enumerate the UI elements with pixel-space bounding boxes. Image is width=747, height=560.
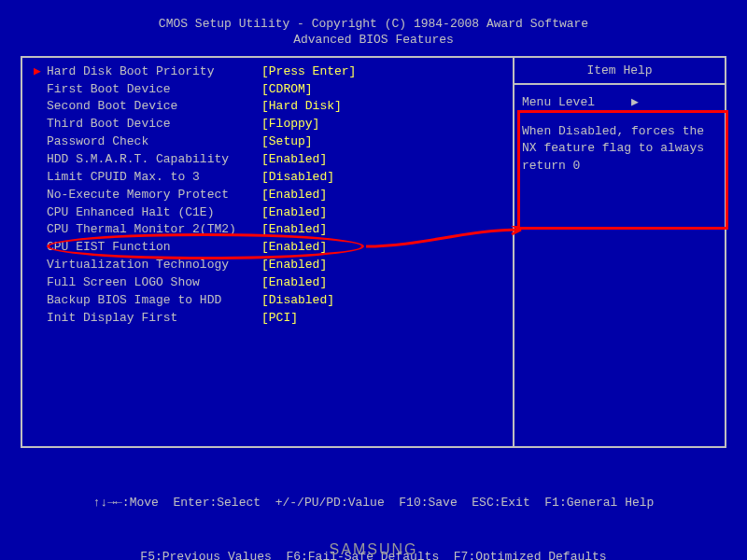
monitor-brand: SAMSUNG: [0, 541, 747, 558]
pointer-icon: [34, 169, 47, 187]
pointer-icon: [34, 98, 47, 116]
setting-value[interactable]: [Disabled]: [261, 292, 334, 310]
setting-row[interactable]: Full Screen LOGO Show[Enabled]: [28, 274, 507, 292]
setting-value[interactable]: [Press Enter]: [261, 63, 356, 81]
setting-row[interactable]: Backup BIOS Image to HDD[Disabled]: [28, 292, 507, 310]
pointer-icon: [34, 257, 47, 274]
bios-header: CMOS Setup Utility - Copyright (C) 1984-…: [21, 17, 726, 49]
pointer-icon: [34, 274, 47, 292]
setting-row[interactable]: Limit CPUID Max. to 3[Disabled]: [28, 169, 507, 187]
bios-screen: CMOS Setup Utility - Copyright (C) 1984-…: [0, 0, 747, 560]
pointer-icon: ▶: [34, 63, 47, 81]
item-help-body: Menu Level ▶ When Disabled, forces the N…: [514, 85, 725, 185]
setting-value[interactable]: [Enabled]: [261, 187, 327, 204]
setting-label: No-Execute Memory Protect: [47, 187, 261, 204]
setting-row[interactable]: Third Boot Device[Floppy]: [28, 116, 507, 133]
setting-row[interactable]: ▶Hard Disk Boot Priority[Press Enter]: [28, 63, 507, 81]
item-help-title: Item Help: [514, 58, 725, 85]
setting-value[interactable]: [Setup]: [261, 133, 313, 151]
pointer-icon: [34, 81, 47, 99]
setting-row[interactable]: CPU Enhanced Halt (C1E)[Enabled]: [28, 204, 507, 222]
setting-label: Backup BIOS Image to HDD: [47, 292, 261, 310]
setting-label: Second Boot Device: [47, 98, 261, 116]
setting-value[interactable]: [Enabled]: [261, 257, 327, 274]
pointer-icon: [34, 187, 47, 204]
settings-pane: ▶Hard Disk Boot Priority[Press Enter]Fir…: [22, 58, 514, 446]
pointer-icon: [34, 310, 47, 328]
setting-label: CPU EIST Function: [47, 239, 261, 257]
setting-label: Limit CPUID Max. to 3: [47, 169, 261, 187]
pointer-icon: [34, 204, 47, 222]
setting-label: HDD S.M.A.R.T. Capability: [47, 151, 261, 169]
setting-row[interactable]: HDD S.M.A.R.T. Capability[Enabled]: [28, 151, 507, 169]
menu-level-label: Menu Level: [522, 95, 595, 109]
setting-value[interactable]: [Hard Disk]: [261, 98, 342, 116]
pointer-icon: [34, 151, 47, 169]
header-line1: CMOS Setup Utility - Copyright (C) 1984-…: [21, 17, 726, 33]
pointer-icon: [34, 221, 47, 239]
bios-frame: ▶Hard Disk Boot Priority[Press Enter]Fir…: [21, 56, 726, 448]
setting-row[interactable]: First Boot Device[CDROM]: [28, 81, 507, 99]
item-help-pane: Item Help Menu Level ▶ When Disabled, fo…: [514, 58, 725, 446]
setting-row[interactable]: Password Check[Setup]: [28, 133, 507, 151]
setting-value[interactable]: [Enabled]: [261, 204, 327, 222]
setting-label: Hard Disk Boot Priority: [47, 63, 261, 81]
setting-row[interactable]: Init Display First[PCI]: [28, 310, 507, 328]
setting-label: Init Display First: [47, 310, 261, 328]
menu-level-arrow-icon: ▶: [631, 95, 639, 109]
item-help-description: When Disabled, forces the NX feature fla…: [522, 123, 717, 176]
setting-value[interactable]: [CDROM]: [261, 81, 313, 99]
pointer-icon: [34, 116, 47, 133]
setting-label: First Boot Device: [47, 81, 261, 99]
setting-label: Virtualization Technology: [47, 257, 261, 274]
setting-label: CPU Thermal Monitor 2(TM2): [47, 221, 261, 239]
setting-label: CPU Enhanced Halt (C1E): [47, 204, 261, 222]
setting-row[interactable]: Virtualization Technology[Enabled]: [28, 257, 507, 274]
setting-label: Password Check: [47, 133, 261, 151]
setting-value[interactable]: [Enabled]: [261, 239, 327, 257]
setting-value[interactable]: [Enabled]: [261, 221, 327, 239]
pointer-icon: [34, 292, 47, 310]
setting-value[interactable]: [Disabled]: [261, 169, 334, 187]
header-line2: Advanced BIOS Features: [21, 33, 726, 49]
setting-value[interactable]: [Floppy]: [261, 116, 319, 133]
setting-value[interactable]: [PCI]: [261, 310, 298, 328]
setting-value[interactable]: [Enabled]: [261, 151, 327, 169]
menu-level: Menu Level ▶: [522, 94, 717, 112]
setting-row[interactable]: Second Boot Device[Hard Disk]: [28, 98, 507, 116]
pointer-icon: [34, 239, 47, 257]
setting-label: Third Boot Device: [47, 116, 261, 133]
setting-value[interactable]: [Enabled]: [261, 274, 327, 292]
setting-row[interactable]: CPU EIST Function[Enabled]: [28, 239, 507, 257]
setting-label: Full Screen LOGO Show: [47, 274, 261, 292]
pointer-icon: [34, 133, 47, 151]
setting-row[interactable]: No-Execute Memory Protect[Enabled]: [28, 187, 507, 204]
setting-row[interactable]: CPU Thermal Monitor 2(TM2)[Enabled]: [28, 221, 507, 239]
footer-line1: ↑↓→←:Move Enter:Select +/-/PU/PD:Value F…: [21, 494, 726, 512]
